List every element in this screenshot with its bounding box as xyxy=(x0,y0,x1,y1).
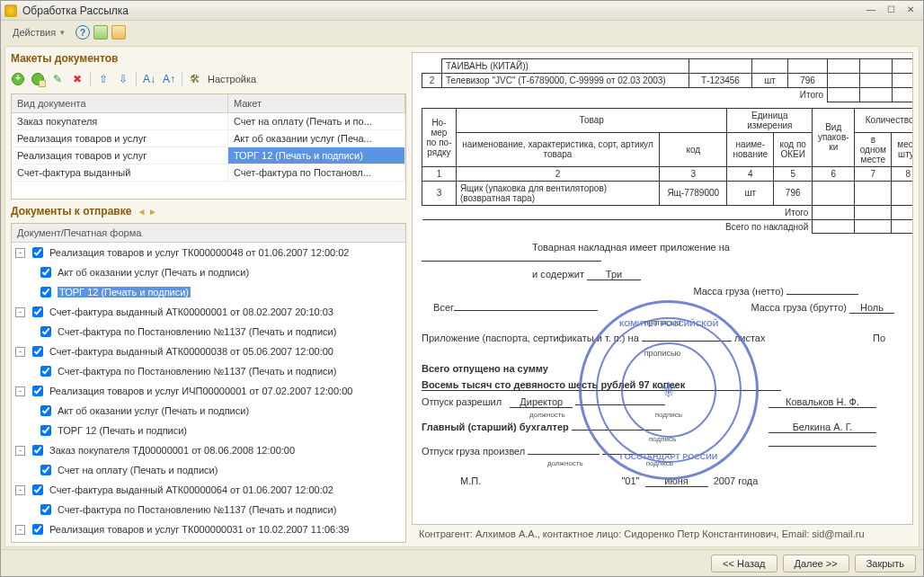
document-preview[interactable]: ТАИВАНЬ (КИТАЙ)) 2 Телевизор "JVC" (Т-67… xyxy=(412,52,913,525)
tree-checkbox[interactable] xyxy=(40,287,51,297)
close-window-button[interactable]: ✕ xyxy=(902,4,920,17)
minimize-button[interactable]: — xyxy=(862,4,880,17)
tree-label: ТОРГ 12 (Печать и подписи) xyxy=(58,287,191,297)
tree-item[interactable]: -Реализация товаров и услуг ТК000000031 … xyxy=(12,519,405,539)
label: М.П. xyxy=(460,475,481,486)
cell: ТАИВАНЬ (КИТАЙ)) xyxy=(442,59,689,74)
label: Отпуск груза произвел xyxy=(422,446,525,457)
tree-header: Документ/Печатная форма xyxy=(12,224,405,243)
tree-label: Заказ покупателя ТД00000001 от 08.06.200… xyxy=(49,445,295,456)
app-window: Обработка Рассылка — ☐ ✕ Действия ▼ ? Ма… xyxy=(0,0,924,577)
cell: Количество xyxy=(855,108,913,132)
tree-checkbox[interactable] xyxy=(40,326,51,337)
body: Макеты документов ✎ ✖ ⇧ ⇩ A↓ A↑ 🛠 Настро… xyxy=(4,46,920,547)
tree-checkbox[interactable] xyxy=(40,405,51,416)
expand-toggle[interactable]: - xyxy=(15,446,25,456)
expand-toggle[interactable]: - xyxy=(15,347,25,357)
edit-button[interactable]: ✎ xyxy=(50,72,65,86)
cell: наиме-нование xyxy=(727,132,774,166)
expand-toggle[interactable]: - xyxy=(15,386,25,396)
sort-asc-button[interactable]: A↓ xyxy=(142,72,156,86)
grid-row[interactable]: Реализация товаров и услуг Акт об оказан… xyxy=(12,130,405,147)
toolbar-icon-2[interactable] xyxy=(111,25,126,40)
tb-sep2 xyxy=(136,72,137,86)
label: и содержит xyxy=(532,269,584,280)
tree-item[interactable]: Акт об оказании услуг (Печать и подписи) xyxy=(12,262,405,282)
cell: Ящик (упаковка для вентиляторов) (возвра… xyxy=(456,181,659,205)
expand-arrows-icon[interactable]: ◄ ► xyxy=(137,207,157,217)
sort-desc-button[interactable]: A↑ xyxy=(162,72,176,86)
tree-item[interactable]: -Счет-фактура выданный АТК00000064 от 01… xyxy=(12,480,405,500)
left-panel: Макеты документов ✎ ✖ ⇧ ⇩ A↓ A↑ 🛠 Настро… xyxy=(11,52,406,543)
cell: в одном месте xyxy=(855,132,892,166)
cell: Вид упаков-ки xyxy=(813,108,855,166)
tree-checkbox[interactable] xyxy=(32,247,43,258)
add-button[interactable] xyxy=(11,72,25,86)
close-button[interactable]: Закрыть xyxy=(855,555,916,573)
tree-checkbox[interactable] xyxy=(32,306,43,317)
tree-checkbox[interactable] xyxy=(40,425,51,436)
back-button[interactable]: << Назад xyxy=(711,555,777,573)
tree-label: Реализация товаров и услуг ТК000000048 о… xyxy=(49,247,349,258)
tree-label: Реализация товаров и услуг ИЧП00000001 о… xyxy=(49,386,352,396)
col-doc-header[interactable]: Вид документа xyxy=(12,94,228,112)
expand-toggle[interactable]: - xyxy=(15,525,25,535)
tree-checkbox[interactable] xyxy=(32,484,43,495)
tree-checkbox[interactable] xyxy=(32,346,43,357)
grid-row[interactable]: Счет-фактура выданный Счет-фактура по По… xyxy=(12,164,405,182)
tree-checkbox[interactable] xyxy=(40,504,51,515)
help-icon[interactable]: ? xyxy=(76,25,90,40)
settings-label[interactable]: Настройка xyxy=(208,74,256,84)
tb-sep xyxy=(90,72,91,86)
settings-icon[interactable]: 🛠 xyxy=(188,72,202,86)
expand-toggle[interactable]: - xyxy=(15,248,25,258)
tree-label: Счет на оплату (Печать и подписи) xyxy=(58,465,218,475)
tree-item[interactable]: ТОРГ 12 (Печать и подписи) xyxy=(12,421,405,440)
footer: << Назад Далее >> Закрыть xyxy=(1,549,923,576)
cell: мест, штук xyxy=(892,132,913,166)
tree-label: Счет-фактура по Постановлению №1137 (Печ… xyxy=(58,326,336,337)
move-up-button[interactable]: ⇧ xyxy=(96,72,111,86)
tree-item[interactable]: -Заказ покупателя ТД00000001 от 08.06.20… xyxy=(12,440,405,460)
tree-item[interactable]: Счет на оплату (Печать и подписи) xyxy=(12,460,405,480)
window-title: Обработка Рассылка xyxy=(22,4,129,17)
col-tpl-header[interactable]: Макет xyxy=(228,94,405,112)
toolbar-icon-1[interactable] xyxy=(93,25,108,40)
grid-row[interactable]: Заказ покупателя Счет на оплату (Печать … xyxy=(12,113,405,130)
cell: 796 xyxy=(774,181,813,205)
expand-toggle[interactable]: - xyxy=(15,485,25,495)
tree-item[interactable]: Счет-фактура по Постановлению №1137 (Печ… xyxy=(12,500,405,519)
tree-label: Счет-фактура выданный АТК00000064 от 01.… xyxy=(49,484,333,495)
tree-label: Акт об оказании услуг (Печать и подписи) xyxy=(58,267,249,278)
add-copy-button[interactable] xyxy=(31,72,45,86)
tree-checkbox[interactable] xyxy=(32,524,43,535)
maximize-button[interactable]: ☐ xyxy=(882,4,900,17)
tree-item[interactable]: -Счет-фактура выданный АТК00000038 от 05… xyxy=(12,342,405,361)
expand-toggle[interactable]: - xyxy=(15,307,25,317)
actions-menu[interactable]: Действия ▼ xyxy=(6,24,72,40)
tree-label: Акт об оказании услуг (Печать и подписи) xyxy=(58,405,249,416)
cell: Ящ-7789000 xyxy=(660,181,727,205)
tree-checkbox[interactable] xyxy=(32,386,43,396)
tree-item[interactable]: -Реализация товаров и услуг ИЧП00000001 … xyxy=(12,381,405,401)
tree-checkbox[interactable] xyxy=(40,465,51,475)
tree-checkbox[interactable] xyxy=(40,366,51,377)
tree-checkbox[interactable] xyxy=(32,445,43,456)
next-button[interactable]: Далее >> xyxy=(783,555,849,573)
grid-row-selected[interactable]: Реализация товаров и услуг ТОРГ 12 (Печа… xyxy=(12,147,405,164)
tree-item[interactable]: ТОРГ 12 (Печать и подписи) xyxy=(12,282,405,302)
label: Всего отпущено на сумму xyxy=(422,363,548,374)
cell: Итого xyxy=(422,88,828,102)
tree-item[interactable]: Счет-фактура по Постановлению №1137 (Печ… xyxy=(12,361,405,381)
tree-item[interactable]: Счет-фактура по Постановлению №1137 (Печ… xyxy=(12,322,405,342)
delete-button[interactable]: ✖ xyxy=(70,72,84,86)
tree-item[interactable]: -Реализация товаров и услуг ТК000000048 … xyxy=(12,243,405,262)
label: Главный (старший) бухгалтер xyxy=(422,422,569,432)
tree-checkbox[interactable] xyxy=(40,267,51,278)
tree-item[interactable]: Акт об оказании услуг (Печать и подписи) xyxy=(12,539,405,543)
tree-label: Счет-фактура по Постановлению №1137 (Печ… xyxy=(58,366,336,377)
cell: код по ОКЕИ xyxy=(774,132,813,166)
tree-item[interactable]: -Счет-фактура выданный АТК00000001 от 08… xyxy=(12,302,405,322)
tree-item[interactable]: Акт об оказании услуг (Печать и подписи) xyxy=(12,401,405,421)
move-down-button[interactable]: ⇩ xyxy=(116,72,130,86)
